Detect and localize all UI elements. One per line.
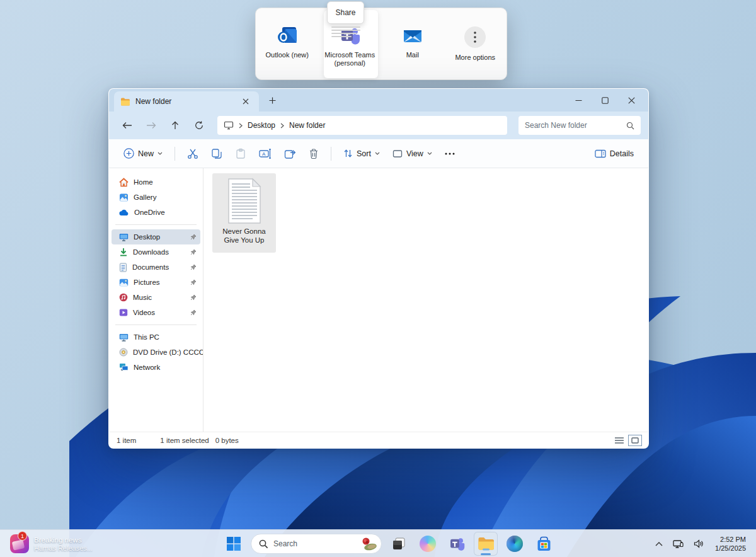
clock[interactable]: 2:52 PM 1/25/2025: [710, 535, 751, 553]
sort-button[interactable]: Sort: [338, 143, 386, 164]
pin-icon: [190, 234, 197, 240]
file-explorer-button[interactable]: [474, 532, 498, 556]
sidebar-item-label: Music: [133, 294, 185, 301]
onedrive-cloud-icon: [119, 209, 129, 216]
sidebar-item-downloads[interactable]: Downloads: [112, 244, 200, 260]
sidebar-item-network[interactable]: Network: [112, 360, 200, 375]
item-count: 1 item: [117, 437, 136, 444]
up-button[interactable]: [164, 115, 186, 135]
network-icon: [119, 363, 129, 372]
sidebar-item-label: Videos: [133, 309, 185, 316]
mail-icon: [401, 26, 424, 46]
downloads-icon: [119, 248, 128, 256]
pin-icon: [190, 309, 197, 316]
sidebar-item-pictures[interactable]: Pictures: [112, 275, 200, 290]
widgets-news-icon: 1: [10, 534, 29, 553]
teams-button[interactable]: [445, 532, 469, 556]
sidebar-item-dvd-drive[interactable]: DVD Drive (D:) CCCC: [112, 345, 200, 360]
sidebar-divider: [115, 324, 197, 325]
documents-icon: [119, 263, 127, 272]
taskbar-search-placeholder: Search: [273, 539, 353, 548]
navigation-pane: Home Gallery OneDrive Desktop: [109, 168, 203, 432]
sidebar-item-music[interactable]: Music: [112, 290, 200, 305]
chevron-down-icon: [375, 152, 380, 155]
maximize-button[interactable]: [592, 90, 618, 110]
cut-button[interactable]: [181, 143, 204, 164]
microsoft-store-button[interactable]: [532, 532, 556, 556]
sidebar-item-home[interactable]: Home: [112, 175, 200, 190]
sidebar-item-onedrive[interactable]: OneDrive: [112, 205, 200, 220]
chevron-down-icon: [158, 152, 163, 155]
refresh-button[interactable]: [188, 115, 210, 135]
close-button[interactable]: [618, 90, 644, 110]
start-button[interactable]: [222, 532, 246, 556]
new-button-label: New: [138, 149, 154, 158]
paste-button[interactable]: [229, 143, 252, 164]
file-explorer-window: New folder Desktop: [108, 88, 649, 449]
large-icons-view-toggle[interactable]: [628, 435, 642, 446]
tab-close-button[interactable]: [239, 95, 253, 108]
share-button[interactable]: [278, 143, 302, 164]
share-more-options[interactable]: More options: [445, 26, 505, 62]
widgets-subheadline: Hamas Releases...: [34, 544, 93, 552]
details-button-label: Details: [610, 149, 634, 158]
sidebar-item-label: This PC: [134, 333, 197, 341]
edge-button[interactable]: [503, 532, 527, 556]
sidebar-item-desktop[interactable]: Desktop: [112, 229, 200, 244]
breadcrumb-desktop[interactable]: Desktop: [248, 121, 275, 130]
address-bar[interactable]: Desktop New folder: [217, 116, 507, 135]
delete-button[interactable]: [303, 143, 324, 164]
more-commands-button[interactable]: [439, 143, 461, 164]
edge-icon: [507, 536, 523, 552]
desktop-icon: [119, 233, 129, 241]
gallery-icon: [119, 193, 129, 202]
sidebar-divider: [115, 224, 197, 225]
search-placeholder: Search New folder: [525, 121, 626, 130]
volume-icon[interactable]: [690, 532, 707, 555]
forward-button[interactable]: [140, 115, 162, 135]
new-plus-icon: [123, 148, 134, 159]
outlook-icon: [277, 26, 298, 46]
more-options-icon: [464, 26, 486, 49]
copilot-button[interactable]: [416, 532, 440, 556]
home-icon: [119, 178, 129, 187]
widgets-button[interactable]: 1 Breaking news Hamas Releases...: [6, 530, 96, 557]
copy-button[interactable]: [205, 143, 228, 164]
view-button[interactable]: View: [387, 143, 438, 164]
sidebar-item-documents[interactable]: Documents: [112, 260, 200, 275]
pin-icon: [190, 264, 197, 270]
network-icon[interactable]: [669, 532, 687, 555]
taskbar: 1 Breaking news Hamas Releases... Search: [0, 529, 756, 557]
task-view-button[interactable]: [387, 532, 411, 556]
share-target-mail[interactable]: Mail: [383, 26, 442, 59]
status-bar: 1 item 1 item selected 0 bytes: [109, 432, 648, 448]
sidebar-item-label: DVD Drive (D:) CCCC: [133, 348, 203, 356]
files-area[interactable]: Never Gonna Give You Up: [203, 168, 648, 432]
new-tab-button[interactable]: [263, 91, 282, 110]
svg-text:A: A: [262, 151, 266, 157]
sidebar-item-gallery[interactable]: Gallery: [112, 190, 200, 205]
minimize-button[interactable]: [565, 90, 592, 110]
share-target-outlook[interactable]: Outlook (new): [258, 26, 317, 59]
sort-button-label: Sort: [357, 149, 371, 158]
command-bar: New A Sort View: [109, 139, 648, 168]
details-pane-button[interactable]: Details: [589, 143, 639, 164]
taskbar-search-box[interactable]: Search: [251, 534, 382, 554]
breadcrumb-chevron-icon: [239, 123, 243, 129]
rename-button[interactable]: A: [253, 143, 277, 164]
tab-new-folder[interactable]: New folder: [114, 91, 259, 112]
file-item-selected[interactable]: Never Gonna Give You Up: [212, 173, 276, 253]
tray-chevron-up-icon[interactable]: [651, 532, 667, 555]
sidebar-item-videos[interactable]: Videos: [112, 305, 200, 320]
sidebar-item-label: OneDrive: [134, 209, 197, 216]
new-button[interactable]: New: [118, 143, 168, 164]
search-box[interactable]: Search New folder: [518, 116, 641, 135]
back-button[interactable]: [117, 115, 138, 135]
breadcrumb-new-folder[interactable]: New folder: [289, 121, 325, 130]
share-target-label: More options: [455, 54, 495, 62]
share-target-label: Microsoft Teams (personal): [320, 51, 379, 67]
share-flyout: Outlook (new) Microsoft Teams (personal): [255, 8, 507, 80]
list-view-toggle[interactable]: [614, 437, 624, 444]
date-label: 1/25/2025: [715, 544, 746, 553]
sidebar-item-this-pc[interactable]: This PC: [112, 330, 200, 345]
